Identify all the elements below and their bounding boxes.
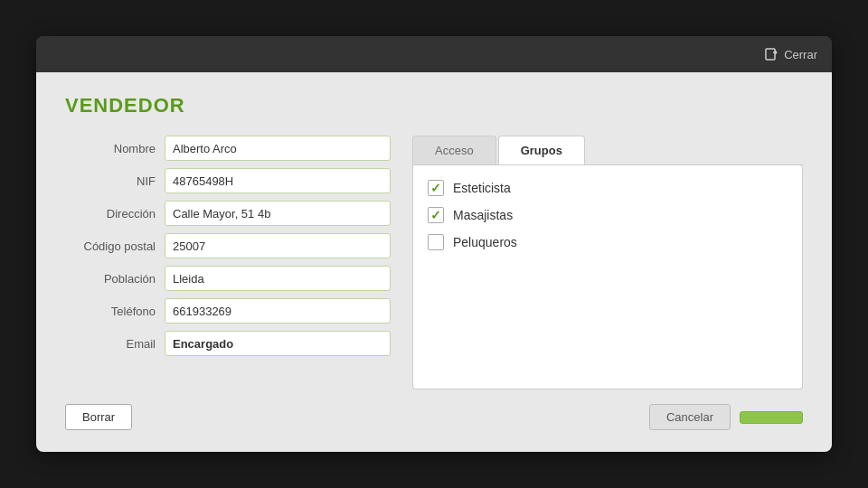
content-area: VENDEDOR Nombre NIF Dirección Código pos <box>36 72 832 452</box>
email-row: Email <box>65 331 391 356</box>
poblacion-row: Población <box>65 266 391 291</box>
borrar-button[interactable]: Borrar <box>65 404 132 430</box>
guardar-button[interactable] <box>740 411 803 424</box>
close-label: Cerrar <box>784 48 817 61</box>
tab-header: Acceso Grupos <box>412 136 803 165</box>
grupo-row: ✓Esteticista <box>428 180 788 196</box>
checkbox-peluqueros[interactable] <box>428 234 444 250</box>
tab-grupos[interactable]: Grupos <box>498 136 585 164</box>
poblacion-input[interactable] <box>165 266 391 291</box>
exit-icon <box>764 47 778 61</box>
form-section: Nombre NIF Dirección Código postal Pobla <box>65 136 391 389</box>
nif-row: NIF <box>65 168 391 193</box>
email-label: Email <box>65 337 165 351</box>
email-input[interactable] <box>165 331 391 356</box>
form-and-tabs: Nombre NIF Dirección Código postal Pobla <box>65 136 803 389</box>
poblacion-label: Población <box>65 272 165 286</box>
nif-input[interactable] <box>165 168 391 193</box>
grupo-label: Peluqueros <box>453 235 517 249</box>
tab-acceso[interactable]: Acceso <box>412 136 496 164</box>
grupo-label: Masajistas <box>453 208 513 222</box>
tabs-section: Acceso Grupos ✓Esteticista✓MasajistasPel… <box>412 136 803 389</box>
close-button[interactable]: Cerrar <box>764 47 817 61</box>
tab-content-grupos: ✓Esteticista✓MasajistasPeluqueros <box>412 165 803 389</box>
checkbox-masajistas[interactable]: ✓ <box>428 207 444 223</box>
telefono-label: Teléfono <box>65 305 165 318</box>
cancelar-button[interactable]: Cancelar <box>649 404 731 430</box>
nombre-label: Nombre <box>65 142 165 155</box>
direccion-row: Dirección <box>65 201 391 226</box>
grupo-row: ✓Masajistas <box>428 207 788 223</box>
top-bar: Cerrar <box>36 36 832 72</box>
main-screen: Cerrar VENDEDOR Nombre NIF Dirección <box>36 36 832 452</box>
telefono-input[interactable] <box>165 298 391 324</box>
codigo-postal-label: Código postal <box>65 239 165 253</box>
grupo-label: Esteticista <box>453 181 511 195</box>
direccion-input[interactable] <box>165 201 391 226</box>
telefono-row: Teléfono <box>65 298 391 324</box>
grupos-list: ✓Esteticista✓MasajistasPeluqueros <box>428 180 788 250</box>
bottom-right-buttons: Cancelar <box>649 404 803 430</box>
page-title: VENDEDOR <box>65 94 803 117</box>
bottom-bar: Borrar Cancelar <box>65 404 803 430</box>
grupo-row: Peluqueros <box>428 234 788 250</box>
codigo-postal-row: Código postal <box>65 233 391 258</box>
nombre-row: Nombre <box>65 136 391 161</box>
direccion-label: Dirección <box>65 207 165 221</box>
checkbox-esteticista[interactable]: ✓ <box>428 180 444 196</box>
nombre-input[interactable] <box>165 136 391 161</box>
nif-label: NIF <box>65 174 165 188</box>
svg-rect-0 <box>766 49 775 60</box>
codigo-postal-input[interactable] <box>165 233 391 258</box>
